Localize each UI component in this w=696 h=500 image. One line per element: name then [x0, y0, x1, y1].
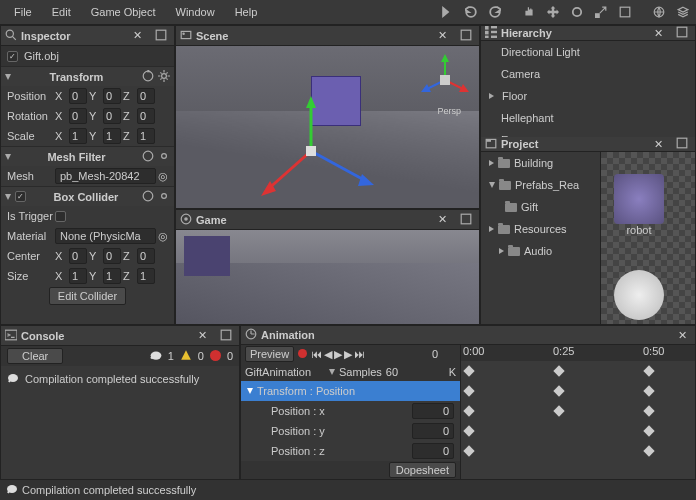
hierarchy-item[interactable]: Directional Light	[481, 41, 695, 63]
move-tool-icon[interactable]	[544, 3, 562, 21]
keyframe[interactable]	[643, 385, 654, 396]
chevron-right-icon[interactable]	[489, 93, 494, 99]
project-folder[interactable]: Gift	[481, 196, 600, 218]
popout-icon[interactable]	[457, 213, 475, 227]
timeline-ruler[interactable]: 0:00 0:25 0:50	[461, 345, 695, 361]
prop-value-input[interactable]: 0	[412, 423, 454, 439]
game-viewport[interactable]	[176, 230, 479, 324]
clip-dropdown[interactable]: GiftAnimation	[245, 366, 325, 378]
globe-icon[interactable]	[650, 3, 668, 21]
center-x-input[interactable]: 0	[69, 248, 87, 264]
animation-track[interactable]: Transform : Position	[241, 381, 460, 401]
clear-button[interactable]: Clear	[7, 348, 63, 364]
rotation-z-input[interactable]: 0	[137, 108, 155, 124]
preview-button[interactable]: Preview	[245, 346, 294, 362]
close-icon[interactable]: ✕	[434, 213, 451, 226]
project-folder[interactable]: Resources	[481, 218, 600, 240]
project-folder[interactable]: Prefabs_Rea	[481, 174, 600, 196]
first-frame-button[interactable]: ⏮	[311, 348, 322, 360]
size-x-input[interactable]: 1	[69, 268, 87, 284]
prev-frame-button[interactable]: ◀	[324, 348, 332, 361]
chevron-right-icon[interactable]	[499, 248, 504, 254]
popout-icon[interactable]	[217, 329, 235, 343]
chevron-down-icon[interactable]	[5, 194, 11, 200]
animation-property[interactable]: Position : x0	[241, 401, 460, 421]
material-field[interactable]: None (PhysicMa	[55, 228, 156, 244]
keyframe[interactable]	[643, 445, 654, 456]
reset-icon[interactable]	[142, 150, 154, 164]
play-icon[interactable]	[438, 3, 456, 21]
chevron-down-icon[interactable]	[489, 182, 495, 188]
close-icon[interactable]: ✕	[650, 27, 667, 40]
scene-viewport[interactable]: Persp	[176, 46, 479, 208]
size-z-input[interactable]: 1	[137, 268, 155, 284]
center-y-input[interactable]: 0	[103, 248, 121, 264]
menu-file[interactable]: File	[4, 2, 42, 22]
hierarchy-item[interactable]: Hellephant	[481, 107, 695, 129]
play-button[interactable]: ▶	[334, 348, 342, 361]
project-folder[interactable]: Audio	[481, 240, 600, 262]
center-z-input[interactable]: 0	[137, 248, 155, 264]
reset-icon[interactable]	[142, 190, 154, 204]
popout-icon[interactable]	[673, 26, 691, 40]
frame-input[interactable]: 0	[432, 348, 456, 360]
keyframe[interactable]	[643, 405, 654, 416]
gear-icon[interactable]	[158, 150, 170, 164]
keyframe[interactable]	[553, 405, 564, 416]
samples-input[interactable]: 60	[386, 366, 408, 378]
close-icon[interactable]: ✕	[674, 329, 691, 342]
keyframe[interactable]	[463, 365, 474, 376]
dopesheet-area[interactable]: 0:00 0:25 0:50	[461, 345, 695, 479]
keyframe[interactable]	[463, 445, 474, 456]
gear-icon[interactable]	[158, 190, 170, 204]
prop-value-input[interactable]: 0	[412, 443, 454, 459]
rotation-x-input[interactable]: 0	[69, 108, 87, 124]
scale-z-input[interactable]: 1	[137, 128, 155, 144]
target-picker-icon[interactable]: ◎	[158, 230, 168, 243]
position-y-input[interactable]: 0	[103, 88, 121, 104]
position-x-input[interactable]: 0	[69, 88, 87, 104]
project-folder[interactable]: Building	[481, 152, 600, 174]
popout-icon[interactable]	[152, 29, 170, 43]
close-icon[interactable]: ✕	[194, 329, 211, 342]
menu-help[interactable]: Help	[225, 2, 268, 22]
prop-value-input[interactable]: 0	[412, 403, 454, 419]
menu-game-object[interactable]: Game Object	[81, 2, 166, 22]
scale-tool-icon[interactable]	[592, 3, 610, 21]
collider-enabled-checkbox[interactable]	[15, 191, 26, 202]
popout-icon[interactable]	[673, 137, 691, 151]
gear-icon[interactable]	[158, 70, 170, 84]
animation-property[interactable]: Position : z0	[241, 441, 460, 461]
next-frame-button[interactable]: ▶	[344, 348, 352, 361]
last-frame-button[interactable]: ⏭	[354, 348, 365, 360]
hierarchy-item[interactable]: Enemy	[481, 129, 695, 137]
chevron-right-icon[interactable]	[489, 226, 494, 232]
close-icon[interactable]: ✕	[129, 29, 146, 42]
undo-icon[interactable]	[462, 3, 480, 21]
reset-icon[interactable]	[142, 70, 154, 84]
is-trigger-checkbox[interactable]	[55, 211, 66, 222]
close-icon[interactable]: ✕	[650, 138, 667, 151]
redo-icon[interactable]	[486, 3, 504, 21]
dopesheet-tab[interactable]: Dopesheet	[389, 462, 456, 478]
rotate-tool-icon[interactable]	[568, 3, 586, 21]
layers-icon[interactable]	[674, 3, 692, 21]
keyframe[interactable]	[643, 365, 654, 376]
keyframe[interactable]	[553, 385, 564, 396]
menu-window[interactable]: Window	[166, 2, 225, 22]
animation-property[interactable]: Position : y0	[241, 421, 460, 441]
size-y-input[interactable]: 1	[103, 268, 121, 284]
hand-tool-icon[interactable]	[520, 3, 538, 21]
keyframe[interactable]	[643, 425, 654, 436]
error-icon[interactable]	[210, 350, 221, 363]
warn-icon[interactable]	[180, 349, 192, 363]
scale-x-input[interactable]: 1	[69, 128, 87, 144]
rotation-y-input[interactable]: 0	[103, 108, 121, 124]
chevron-down-icon[interactable]	[247, 388, 253, 394]
scale-y-input[interactable]: 1	[103, 128, 121, 144]
record-button[interactable]	[296, 346, 309, 362]
hierarchy-item[interactable]: Floor	[481, 85, 695, 107]
chevron-down-icon[interactable]	[329, 369, 335, 375]
keyframe[interactable]	[463, 385, 474, 396]
object-enabled-checkbox[interactable]	[7, 51, 18, 62]
